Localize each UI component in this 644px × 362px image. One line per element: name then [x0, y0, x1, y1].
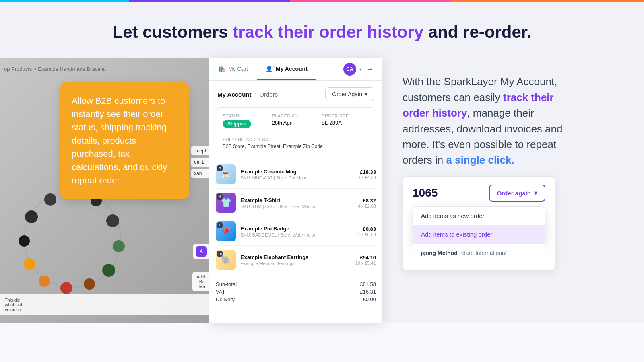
- snippet-price: om £: [191, 158, 209, 167]
- item-sku: Example Elephant Earrings: [241, 261, 351, 266]
- order-again-dropdown: Add items as new order Add items to exis…: [413, 206, 545, 244]
- item-info: Example T-Shirt SKU: TBM | Color: Blue |…: [241, 197, 353, 209]
- snippet-cepti: - cept: [191, 146, 209, 155]
- vat-row: VAT £16.31: [216, 289, 376, 295]
- item-total: £0.83: [358, 226, 376, 232]
- shipping-value: B2B Store, Example Street, Example Zip C…: [223, 144, 369, 149]
- dropdown-existing-order[interactable]: Add items to existing order: [413, 225, 545, 243]
- order-again-pill-chevron-icon: ▾: [534, 189, 537, 197]
- item-sku: SKU: BADGEMEL | Style: Watermelon: [241, 232, 353, 237]
- item-price: £18.33 4 x £4.58: [358, 169, 376, 180]
- order-item: 👕 4 Example T-Shirt SKU: TBM | Color: Bl…: [216, 189, 376, 217]
- order-totals: Sub-total £81.58 VAT £16.31 Delivery £0.…: [209, 276, 382, 309]
- my-account-link[interactable]: My Account: [217, 91, 251, 98]
- placed-label: Placed on: [272, 113, 320, 118]
- main-content: op Products > Example Handmade Bracelet …: [0, 58, 644, 323]
- placed-date: 28th April: [272, 120, 320, 126]
- subtotal-value: £81.58: [360, 281, 376, 287]
- item-sku: SKU: MUG-CAT | Style: Cat Mom: [241, 175, 353, 180]
- product-breadcrumb: op Products > Example Handmade Bracelet: [4, 66, 205, 72]
- add-to-cart-button[interactable]: A: [196, 246, 207, 257]
- item-qty-badge: 4: [217, 193, 223, 200]
- ref-col: Order Ref. SL-289A: [321, 113, 369, 128]
- vat-label: VAT: [216, 289, 225, 295]
- order-again-widget: 1065 Order again ▾ Add items as new orde…: [402, 176, 555, 271]
- item-total: £54.10: [355, 255, 376, 261]
- hero-title-end: and re-order.: [423, 23, 531, 41]
- hero-title-highlight: track their order history: [233, 23, 423, 41]
- breadcrumb-separator: ›: [254, 91, 256, 97]
- tab-cart[interactable]: 🛍️ My Cart: [209, 58, 257, 80]
- shipping-method-value: ndard International: [459, 250, 506, 256]
- item-unit: 4 x £4.58: [358, 175, 376, 180]
- hero-section: Let customers track their order history …: [0, 2, 644, 58]
- subtotal-label: Sub-total: [216, 281, 237, 287]
- order-again-label: Order Again: [332, 91, 362, 97]
- addi-section: Addi - Ba - Ma: [192, 272, 209, 291]
- account-panel: 🛍️ My Cart 👤 My Account CA ▾ → My Accoun…: [209, 58, 382, 323]
- status-col: Status Shipped: [223, 113, 270, 128]
- delivery-value: £0.00: [363, 296, 376, 302]
- order-again-pill-button[interactable]: Order again ▾: [489, 185, 545, 202]
- ref-label: Order Ref.: [321, 113, 369, 118]
- order-again-pill-label: Order again: [497, 190, 531, 197]
- product-snippets: - cept om £ xan: [191, 146, 209, 178]
- order-id: 1065: [413, 187, 438, 200]
- item-unit: 10 x £5.41: [355, 261, 376, 265]
- earring-icon: 🐘: [221, 255, 231, 265]
- svg-point-8: [39, 276, 50, 287]
- placed-col: Placed on 28th April: [272, 113, 320, 128]
- item-price: £54.10 10 x £5.41: [355, 255, 376, 265]
- item-qty-badge: 10: [217, 251, 223, 257]
- svg-point-10: [19, 235, 30, 247]
- delivery-row: Delivery £0.00: [216, 296, 376, 302]
- svg-point-4: [113, 240, 125, 252]
- svg-point-7: [60, 282, 72, 294]
- svg-point-5: [102, 264, 115, 277]
- item-thumbnail-pin: 📌 1: [216, 221, 236, 241]
- item-price: £8.32 4 x £2.08: [358, 197, 376, 208]
- order-item: 🐘 10 Example Elephant Earrings Example E…: [216, 246, 376, 274]
- item-info: Example Elephant Earrings Example Elepha…: [241, 254, 351, 266]
- item-thumbnail-shirt: 👕 4: [216, 193, 236, 213]
- subtotal-row: Sub-total £81.58: [216, 281, 376, 287]
- svg-point-12: [44, 193, 56, 206]
- nav-right-area: CA ▾ →: [337, 58, 382, 80]
- item-sku: SKU: TBM | Color: Blue | Size: Medium: [241, 204, 353, 209]
- right-panel: With the SparkLayer My Account, customer…: [382, 58, 644, 323]
- dropdown-new-order[interactable]: Add items as new order: [413, 207, 545, 225]
- cart-tab-label: My Cart: [228, 66, 248, 72]
- item-thumbnail-earring: 🐘 10: [216, 250, 236, 270]
- order-items-list: ☕ 4 Example Ceramic Mug SKU: MUG-CAT | S…: [209, 160, 382, 274]
- navigate-arrow-button[interactable]: →: [365, 64, 376, 75]
- order-card: Status Shipped Placed on 28th April Orde…: [216, 107, 376, 155]
- add-to-cart-area: A: [193, 244, 209, 259]
- avatar: CA: [343, 63, 356, 76]
- order-meta: Status Shipped Placed on 28th April Orde…: [223, 113, 369, 128]
- chevron-down-icon: ▾: [359, 67, 361, 72]
- shirt-icon: 👕: [221, 197, 231, 208]
- left-panel: op Products > Example Handmade Bracelet …: [0, 58, 209, 323]
- shipping-address: Shipping Address B2B Store, Example Stre…: [223, 133, 369, 149]
- nav-tabs: 🛍️ My Cart 👤 My Account CA ▾ →: [209, 58, 382, 81]
- item-total: £8.32: [358, 197, 376, 204]
- item-name: Example Elephant Earrings: [241, 254, 351, 260]
- item-info: Example Ceramic Mug SKU: MUG-CAT | Style…: [241, 169, 353, 180]
- delivery-label: Delivery: [216, 296, 235, 302]
- snippet-xan: xan: [191, 169, 209, 178]
- item-name: Example T-Shirt: [241, 197, 353, 203]
- mug-icon: ☕: [221, 169, 231, 179]
- info-box-text: Allow B2B customers to instantly see the…: [72, 96, 167, 185]
- item-unit: 4 x £2.08: [358, 204, 376, 208]
- item-info: Example Pin Badge SKU: BADGEMEL | Style:…: [241, 226, 353, 237]
- breadcrumb-text: op Products > Example Handmade Bracelet: [4, 66, 106, 72]
- item-total: £18.33: [358, 169, 376, 175]
- order-item: ☕ 4 Example Ceramic Mug SKU: MUG-CAT | S…: [216, 160, 376, 189]
- item-name: Example Ceramic Mug: [241, 169, 353, 175]
- svg-point-11: [25, 210, 38, 223]
- item-unit: 1 x £0.83: [358, 232, 376, 237]
- tab-account[interactable]: 👤 My Account: [257, 58, 316, 80]
- shipping-label: Shipping Address: [223, 137, 369, 142]
- product-description: This deli wholesal colour or: [0, 294, 209, 315]
- order-again-button[interactable]: Order Again ▾: [325, 87, 374, 101]
